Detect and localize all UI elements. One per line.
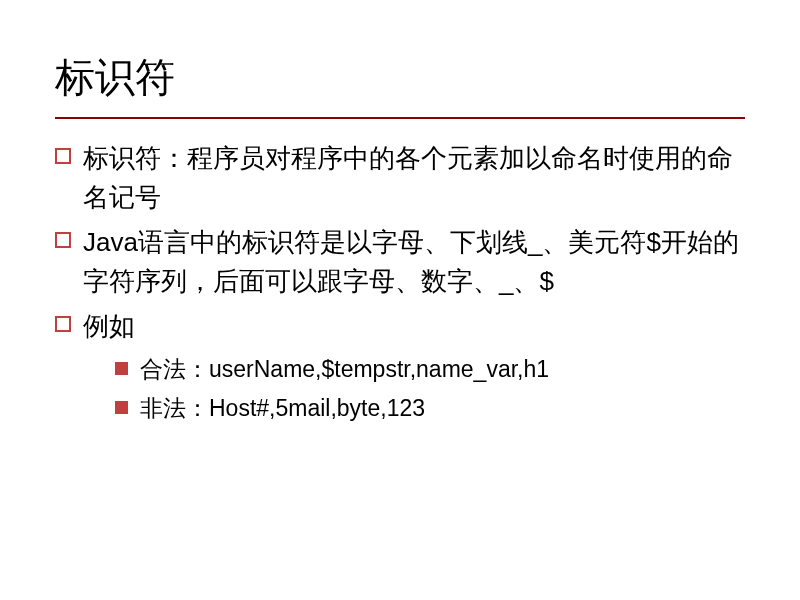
solid-square-icon	[115, 401, 128, 414]
bullet-list: 标识符：程序员对程序中的各个元素加以命名时使用的命名记号 Java语言中的标识符…	[55, 139, 745, 346]
bullet-item: 标识符：程序员对程序中的各个元素加以命名时使用的命名记号	[55, 139, 745, 217]
hollow-square-icon	[55, 232, 71, 248]
title-underline	[55, 117, 745, 119]
bullet-item: 例如	[55, 307, 745, 346]
bullet-text: 例如	[83, 307, 135, 346]
bullet-text: Java语言中的标识符是以字母、下划线_、美元符$开始的字符序列，后面可以跟字母…	[83, 223, 745, 301]
solid-square-icon	[115, 362, 128, 375]
bullet-text: 标识符：程序员对程序中的各个元素加以命名时使用的命名记号	[83, 139, 745, 217]
slide-title: 标识符	[55, 50, 745, 105]
sub-bullet-item: 合法：userName,$tempstr,name_var,h1	[115, 352, 745, 387]
bullet-item: Java语言中的标识符是以字母、下划线_、美元符$开始的字符序列，后面可以跟字母…	[55, 223, 745, 301]
sub-bullet-text: 合法：userName,$tempstr,name_var,h1	[140, 352, 549, 387]
hollow-square-icon	[55, 148, 71, 164]
sub-bullet-list: 合法：userName,$tempstr,name_var,h1 非法：Host…	[115, 352, 745, 425]
sub-bullet-text: 非法：Host#,5mail,byte,123	[140, 391, 425, 426]
sub-bullet-item: 非法：Host#,5mail,byte,123	[115, 391, 745, 426]
hollow-square-icon	[55, 316, 71, 332]
slide-container: 标识符 标识符：程序员对程序中的各个元素加以命名时使用的命名记号 Java语言中…	[0, 0, 800, 600]
